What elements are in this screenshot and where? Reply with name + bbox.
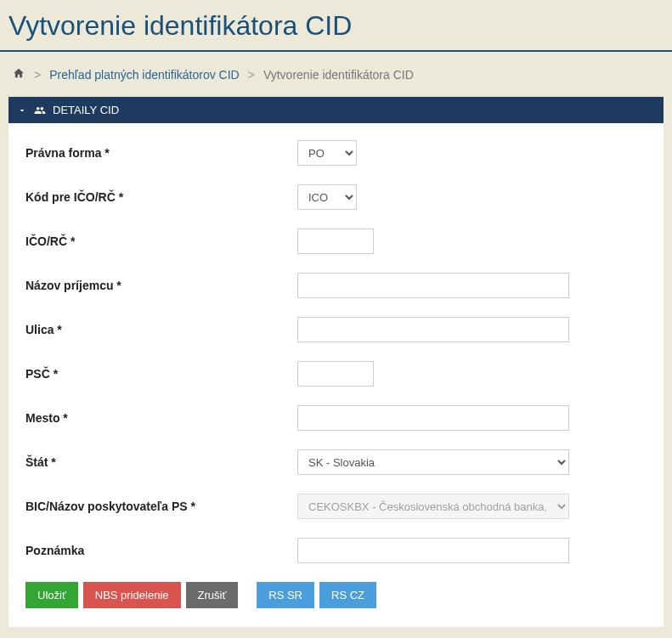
- panel-details: DETAILY CID Právna forma * PO Kód pre IČ…: [8, 97, 664, 627]
- breadcrumb-current: Vytvorenie identifikátora CID: [263, 68, 414, 82]
- select-stat[interactable]: SK - Slovakia: [297, 449, 569, 475]
- chevron-down-icon: [17, 105, 27, 116]
- panel-body: Právna forma * PO Kód pre IČO/RČ * ICO I…: [8, 123, 664, 627]
- label-nazov-prijemcu: Názov príjemcu *: [25, 279, 297, 292]
- nbs-button[interactable]: NBS pridelenie: [83, 582, 181, 608]
- home-icon[interactable]: [12, 67, 25, 82]
- label-ulica: Ulica *: [25, 323, 297, 336]
- row-nazov-prijemcu: Názov príjemcu *: [25, 273, 647, 298]
- row-ulica: Ulica *: [25, 317, 647, 342]
- select-kod-ico[interactable]: ICO: [297, 184, 357, 210]
- cancel-button[interactable]: Zrušiť: [186, 582, 239, 608]
- button-row: Uložiť NBS pridelenie Zrušiť RS SR RS CZ: [25, 582, 647, 608]
- label-pravna-forma: Právna forma *: [25, 146, 297, 160]
- row-psc: PSČ *: [25, 361, 647, 387]
- breadcrumb: > Prehľad platných identifikátorov CID >…: [0, 52, 672, 97]
- input-mesto[interactable]: [297, 405, 569, 431]
- panel-header-title: DETAILY CID: [53, 104, 119, 116]
- select-bic: CEKOSKBX - Československá obchodná banka…: [297, 494, 569, 519]
- rs-sr-button[interactable]: RS SR: [257, 582, 314, 608]
- label-psc: PSČ *: [25, 367, 297, 381]
- input-poznamka[interactable]: [297, 538, 569, 563]
- row-kod-ico: Kód pre IČO/RČ * ICO: [25, 184, 647, 210]
- users-icon: [32, 104, 48, 116]
- page-title: Vytvorenie identifikátora CID: [0, 0, 672, 52]
- label-kod-ico: Kód pre IČO/RČ *: [25, 190, 297, 204]
- row-pravna-forma: Právna forma * PO: [25, 140, 647, 166]
- label-stat: Štát *: [25, 455, 297, 469]
- row-stat: Štát * SK - Slovakia: [25, 449, 647, 475]
- panel-header[interactable]: DETAILY CID: [8, 97, 664, 123]
- label-mesto: Mesto *: [25, 411, 297, 425]
- save-button[interactable]: Uložiť: [25, 582, 78, 608]
- label-poznamka: Poznámka: [25, 544, 297, 557]
- rs-cz-button[interactable]: RS CZ: [319, 582, 376, 608]
- row-ico-rc: IČO/RČ *: [25, 229, 647, 254]
- row-poznamka: Poznámka: [25, 538, 647, 563]
- breadcrumb-link[interactable]: Prehľad platných identifikátorov CID: [49, 68, 240, 82]
- label-bic: BIC/Názov poskytovateľa PS *: [25, 500, 297, 513]
- input-nazov-prijemcu[interactable]: [297, 273, 569, 298]
- row-mesto: Mesto *: [25, 405, 647, 431]
- input-ulica[interactable]: [297, 317, 569, 342]
- label-ico-rc: IČO/RČ *: [25, 234, 297, 248]
- breadcrumb-sep: >: [248, 68, 255, 82]
- select-pravna-forma[interactable]: PO: [297, 140, 357, 166]
- row-bic: BIC/Názov poskytovateľa PS * CEKOSKBX - …: [25, 494, 647, 519]
- breadcrumb-sep: >: [34, 68, 41, 82]
- input-psc[interactable]: [297, 361, 374, 387]
- input-ico-rc[interactable]: [297, 229, 374, 254]
